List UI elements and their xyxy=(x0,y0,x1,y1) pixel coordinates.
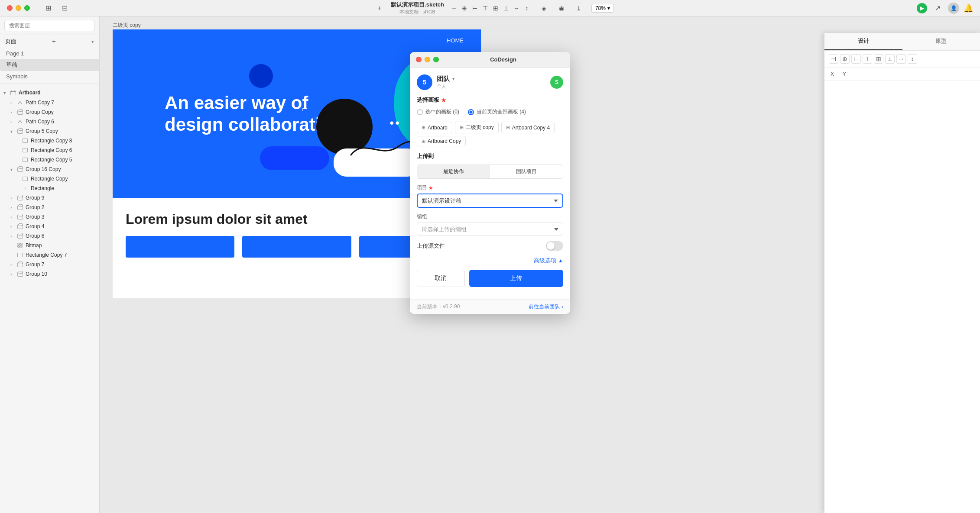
run-button[interactable]: ▶ xyxy=(917,3,927,13)
layer-group4[interactable]: › Group 4 xyxy=(0,222,99,231)
alignment-toolbar: ⊣ ⊕ ⊢ ⊤ ⊞ ⊥ ↔ ↕ xyxy=(824,51,980,68)
chip-page2[interactable]: ⊞ 二级页 copy xyxy=(455,122,499,133)
align-bottom-edge-icon[interactable]: ⊥ xyxy=(885,54,895,64)
codesign-minimize-btn[interactable] xyxy=(425,57,430,62)
component-icon[interactable]: ◈ xyxy=(539,3,549,13)
align-top-icon[interactable]: ⊤ xyxy=(480,3,490,13)
layer-rect-copy[interactable]: › Rectangle Copy xyxy=(0,174,99,184)
align-center-h-icon[interactable]: ⊕ xyxy=(840,54,850,64)
layer-group10[interactable]: › Group 10 xyxy=(0,269,99,279)
align-right-edge-icon[interactable]: ⊢ xyxy=(851,54,861,64)
align-top-edge-icon[interactable]: ⊤ xyxy=(863,54,872,64)
notification-icon[interactable]: 🔔 xyxy=(964,3,973,13)
distribute-v-icon[interactable]: ↕ xyxy=(522,3,532,13)
distribute-v2-icon[interactable]: ↕ xyxy=(908,54,917,64)
tab-team-project[interactable]: 团队项目 xyxy=(490,165,563,178)
layer-label: Bitmap xyxy=(26,242,42,248)
artboard-radio-group: 选中的画板 (0) 当前页的全部画板 (4) xyxy=(417,108,563,116)
search-input[interactable] xyxy=(4,20,95,31)
search-container xyxy=(0,16,99,35)
team-selector[interactable]: 团队 ▾ xyxy=(437,75,455,83)
layer-rectangle[interactable]: › + Rectangle xyxy=(0,184,99,193)
add-page-icon[interactable]: + xyxy=(52,38,56,45)
upload-source-toggle[interactable] xyxy=(546,241,563,251)
radio-label-all: 当前页的全部画板 (4) xyxy=(477,108,526,116)
align-left-edge-icon[interactable]: ⊣ xyxy=(829,54,838,64)
zoom-control[interactable]: 78% ▾ xyxy=(591,4,614,13)
codesign-close-btn[interactable] xyxy=(416,57,422,62)
pages-chevron-icon[interactable]: ▾ xyxy=(91,39,94,45)
chip-artboard[interactable]: ⊞ Artboard xyxy=(417,122,452,133)
radio-circle-selected xyxy=(468,109,474,115)
file-subtitle: 本地文档 · sRGB xyxy=(399,9,435,15)
fullscreen-button[interactable] xyxy=(24,5,30,11)
project-select[interactable]: 默认演示设计稿 xyxy=(417,194,563,208)
group-icon xyxy=(16,166,23,173)
radio-all-artboards[interactable]: 当前页的全部画板 (4) xyxy=(468,108,526,116)
close-button[interactable] xyxy=(7,5,13,11)
layer-rect-copy-8[interactable]: › Rectangle Copy 8 xyxy=(0,136,99,145)
upload-source-toggle-row: 上传源文件 xyxy=(417,241,563,251)
layer-rect-copy-5[interactable]: › Rectangle Copy 5 xyxy=(0,155,99,165)
layer-group-copy[interactable]: › Group Copy xyxy=(0,107,99,117)
layer-label: Group 5 Copy xyxy=(26,128,58,134)
sidebar-toggle-group: ⊞ ⊟ xyxy=(42,2,71,14)
align-bottom-icon[interactable]: ⊥ xyxy=(501,3,511,13)
page-item-page1[interactable]: Page 1 xyxy=(0,48,99,59)
tab-design[interactable]: 设计 xyxy=(824,33,902,50)
layer-bitmap[interactable]: › Bitmap xyxy=(0,241,99,250)
group-icon xyxy=(16,213,23,220)
group-icon xyxy=(16,271,23,277)
align-right-icon[interactable]: ⊢ xyxy=(470,3,480,13)
advanced-options-row[interactable]: 高级选项 ▲ xyxy=(417,257,563,265)
artboard-header[interactable]: ▾ Artboard xyxy=(0,87,99,98)
user-avatar-btn[interactable]: 👤 xyxy=(948,3,959,14)
layer-group9[interactable]: › Group 9 xyxy=(0,193,99,203)
rectangle-icon xyxy=(22,147,29,154)
codesign-fullscreen-btn[interactable] xyxy=(433,57,439,62)
layer-path-copy-7[interactable]: › Path Copy 7 xyxy=(0,98,99,107)
minimize-button[interactable] xyxy=(16,5,21,11)
goto-team-link[interactable]: 前往当前团队 › xyxy=(529,303,563,310)
artboard-chevron-icon: ▾ xyxy=(3,90,10,95)
share-icon[interactable]: ↗ xyxy=(931,2,944,14)
radio-selected-artboard[interactable]: 选中的画板 (0) xyxy=(417,108,459,116)
group-icon xyxy=(16,204,23,211)
layer-group16-copy[interactable]: ▾ Group 16 Copy xyxy=(0,165,99,174)
layer-group5-copy[interactable]: ▾ Group 5 Copy xyxy=(0,126,99,136)
cancel-button[interactable]: 取消 xyxy=(417,270,465,287)
tab-recent-collab[interactable]: 最近协作 xyxy=(417,165,490,178)
toggle-knob xyxy=(547,242,555,250)
sidebar-toggle-icon[interactable]: ⊞ xyxy=(42,2,54,14)
layer-group7[interactable]: › Group 7 xyxy=(0,260,99,269)
layer-group3[interactable]: › Group 3 xyxy=(0,212,99,222)
add-layer-button[interactable]: + xyxy=(373,2,386,14)
hero-heading: An easier way of design collaboration xyxy=(165,92,343,136)
distribute-h-icon[interactable]: ↔ xyxy=(512,3,521,13)
tab-prototype[interactable]: 原型 xyxy=(902,33,980,50)
align-left-icon[interactable]: ⊣ xyxy=(449,3,459,13)
chip-artboard-copy[interactable]: ⊞ Artboard Copy xyxy=(417,136,466,146)
symbols-item[interactable]: Symbols xyxy=(0,71,99,82)
upload-button[interactable]: 上传 xyxy=(469,270,563,287)
layer-label: Rectangle Copy xyxy=(31,176,68,182)
layer-rect-copy-7[interactable]: › Rectangle Copy 7 xyxy=(0,250,99,260)
style-icon[interactable]: ◉ xyxy=(557,3,566,13)
align-middle-v-icon[interactable]: ⊞ xyxy=(874,54,883,64)
align-center-icon[interactable]: ⊕ xyxy=(460,3,469,13)
codesign-body: 5 团队 ▾ 个人 S 选择画板 ★ 选中的画板 (0) 当前页的全部 xyxy=(410,68,570,299)
upload-tab-buttons: 最近协作 团队项目 xyxy=(417,165,563,179)
grid-view-icon[interactable]: ⊟ xyxy=(58,2,71,14)
layer-path-copy-6[interactable]: › Path Copy 6 xyxy=(0,117,99,126)
group-select[interactable]: 请选择上传的编组 xyxy=(417,223,563,236)
align-middle-icon[interactable]: ⊞ xyxy=(491,3,500,13)
rectangle-icon xyxy=(22,156,29,163)
layer-group2[interactable]: › Group 2 xyxy=(0,203,99,212)
distribute-h2-icon[interactable]: ↔ xyxy=(896,54,906,64)
layer-rect-copy-6[interactable]: › Rectangle Copy 6 xyxy=(0,145,99,155)
layer-label: Group 2 xyxy=(26,204,44,210)
chip-artboard-copy4[interactable]: ⊞ Artboard Copy 4 xyxy=(501,122,555,133)
export-icon[interactable]: ⤓ xyxy=(574,3,584,13)
page-item-draft[interactable]: 草稿 xyxy=(0,59,99,71)
layer-group6[interactable]: › Group 6 xyxy=(0,231,99,241)
